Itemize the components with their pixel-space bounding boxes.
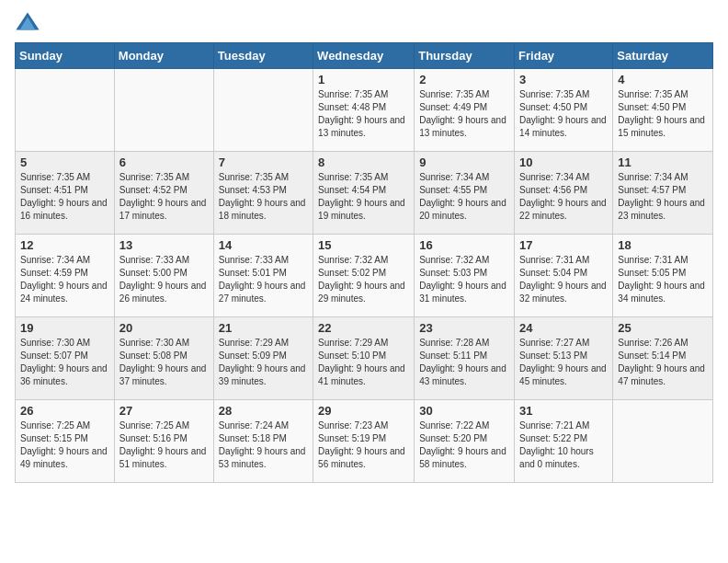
day-info: Sunrise: 7:34 AM Sunset: 4:55 PM Dayligh… <box>419 171 509 223</box>
calendar-cell: 11Sunrise: 7:34 AM Sunset: 4:57 PM Dayli… <box>613 152 713 235</box>
day-number: 16 <box>419 238 509 252</box>
calendar-week-5: 26Sunrise: 7:25 AM Sunset: 5:15 PM Dayli… <box>16 400 713 483</box>
day-info: Sunrise: 7:25 AM Sunset: 5:16 PM Dayligh… <box>119 419 209 471</box>
calendar-cell: 21Sunrise: 7:29 AM Sunset: 5:09 PM Dayli… <box>213 317 313 400</box>
header-day-wednesday: Wednesday <box>313 43 415 69</box>
day-info: Sunrise: 7:34 AM Sunset: 4:57 PM Dayligh… <box>618 171 708 223</box>
calendar-cell: 30Sunrise: 7:22 AM Sunset: 5:20 PM Dayli… <box>415 400 515 483</box>
day-info: Sunrise: 7:32 AM Sunset: 5:02 PM Dayligh… <box>318 254 409 305</box>
day-number: 18 <box>618 238 708 252</box>
day-info: Sunrise: 7:34 AM Sunset: 4:56 PM Dayligh… <box>519 171 608 223</box>
day-info: Sunrise: 7:30 AM Sunset: 5:08 PM Dayligh… <box>119 337 209 388</box>
header-day-monday: Monday <box>114 43 213 69</box>
day-number: 23 <box>419 321 509 335</box>
day-number: 11 <box>618 155 708 169</box>
day-number: 14 <box>219 238 308 252</box>
day-number: 10 <box>519 155 608 169</box>
calendar-body: 1Sunrise: 7:35 AM Sunset: 4:48 PM Daylig… <box>16 69 713 483</box>
calendar-week-2: 5Sunrise: 7:35 AM Sunset: 4:51 PM Daylig… <box>16 152 713 235</box>
calendar-cell: 16Sunrise: 7:32 AM Sunset: 5:03 PM Dayli… <box>415 235 515 317</box>
day-info: Sunrise: 7:29 AM Sunset: 5:10 PM Dayligh… <box>318 337 409 388</box>
calendar-week-3: 12Sunrise: 7:34 AM Sunset: 4:59 PM Dayli… <box>16 235 713 317</box>
day-info: Sunrise: 7:35 AM Sunset: 4:52 PM Dayligh… <box>119 171 209 223</box>
day-info: Sunrise: 7:21 AM Sunset: 5:22 PM Dayligh… <box>519 419 608 471</box>
calendar-cell: 6Sunrise: 7:35 AM Sunset: 4:52 PM Daylig… <box>114 152 213 235</box>
calendar-cell: 7Sunrise: 7:35 AM Sunset: 4:53 PM Daylig… <box>213 152 313 235</box>
day-info: Sunrise: 7:35 AM Sunset: 4:54 PM Dayligh… <box>318 171 409 223</box>
day-info: Sunrise: 7:35 AM Sunset: 4:50 PM Dayligh… <box>618 88 708 140</box>
calendar-cell <box>213 69 313 152</box>
calendar-cell: 19Sunrise: 7:30 AM Sunset: 5:07 PM Dayli… <box>16 317 115 400</box>
header-day-friday: Friday <box>515 43 613 69</box>
calendar-cell: 1Sunrise: 7:35 AM Sunset: 4:48 PM Daylig… <box>313 69 415 152</box>
day-number: 7 <box>219 155 308 169</box>
header-row: SundayMondayTuesdayWednesdayThursdayFrid… <box>16 43 713 69</box>
day-info: Sunrise: 7:34 AM Sunset: 4:59 PM Dayligh… <box>20 254 109 305</box>
day-number: 21 <box>219 321 308 335</box>
calendar-cell: 18Sunrise: 7:31 AM Sunset: 5:05 PM Dayli… <box>613 235 713 317</box>
calendar-cell: 27Sunrise: 7:25 AM Sunset: 5:16 PM Dayli… <box>114 400 213 483</box>
day-info: Sunrise: 7:32 AM Sunset: 5:03 PM Dayligh… <box>419 254 509 305</box>
calendar-cell: 23Sunrise: 7:28 AM Sunset: 5:11 PM Dayli… <box>415 317 515 400</box>
day-info: Sunrise: 7:26 AM Sunset: 5:14 PM Dayligh… <box>618 337 708 388</box>
day-number: 4 <box>618 73 708 86</box>
day-number: 8 <box>318 155 409 169</box>
day-number: 17 <box>519 238 608 252</box>
day-info: Sunrise: 7:31 AM Sunset: 5:05 PM Dayligh… <box>618 254 708 305</box>
day-number: 12 <box>20 238 109 252</box>
day-info: Sunrise: 7:27 AM Sunset: 5:13 PM Dayligh… <box>519 337 608 388</box>
calendar-cell: 13Sunrise: 7:33 AM Sunset: 5:00 PM Dayli… <box>114 235 213 317</box>
calendar-week-1: 1Sunrise: 7:35 AM Sunset: 4:48 PM Daylig… <box>16 69 713 152</box>
calendar-cell: 5Sunrise: 7:35 AM Sunset: 4:51 PM Daylig… <box>16 152 115 235</box>
day-number: 27 <box>119 404 209 418</box>
calendar-cell: 28Sunrise: 7:24 AM Sunset: 5:18 PM Dayli… <box>213 400 313 483</box>
header-day-thursday: Thursday <box>415 43 515 69</box>
day-number: 19 <box>20 321 109 335</box>
header-day-saturday: Saturday <box>613 43 713 69</box>
day-number: 25 <box>618 321 708 335</box>
day-info: Sunrise: 7:24 AM Sunset: 5:18 PM Dayligh… <box>219 419 308 471</box>
calendar-cell: 26Sunrise: 7:25 AM Sunset: 5:15 PM Dayli… <box>16 400 115 483</box>
header-day-tuesday: Tuesday <box>213 43 313 69</box>
header <box>15 9 713 35</box>
day-info: Sunrise: 7:35 AM Sunset: 4:49 PM Dayligh… <box>419 88 509 140</box>
calendar-cell <box>114 69 213 152</box>
calendar-cell: 2Sunrise: 7:35 AM Sunset: 4:49 PM Daylig… <box>415 69 515 152</box>
logo <box>15 9 44 35</box>
calendar-cell: 10Sunrise: 7:34 AM Sunset: 4:56 PM Dayli… <box>515 152 613 235</box>
calendar-cell <box>16 69 115 152</box>
calendar-cell: 22Sunrise: 7:29 AM Sunset: 5:10 PM Dayli… <box>313 317 415 400</box>
day-number: 6 <box>119 155 209 169</box>
calendar-cell: 20Sunrise: 7:30 AM Sunset: 5:08 PM Dayli… <box>114 317 213 400</box>
day-info: Sunrise: 7:33 AM Sunset: 5:01 PM Dayligh… <box>219 254 308 305</box>
header-day-sunday: Sunday <box>16 43 115 69</box>
day-number: 26 <box>20 404 109 418</box>
day-number: 31 <box>519 404 608 418</box>
day-info: Sunrise: 7:25 AM Sunset: 5:15 PM Dayligh… <box>20 419 109 471</box>
day-number: 29 <box>318 404 409 418</box>
day-number: 3 <box>519 73 608 86</box>
day-info: Sunrise: 7:22 AM Sunset: 5:20 PM Dayligh… <box>419 419 509 471</box>
day-info: Sunrise: 7:31 AM Sunset: 5:04 PM Dayligh… <box>519 254 608 305</box>
calendar-cell: 14Sunrise: 7:33 AM Sunset: 5:01 PM Dayli… <box>213 235 313 317</box>
calendar-cell <box>613 400 713 483</box>
day-info: Sunrise: 7:35 AM Sunset: 4:50 PM Dayligh… <box>519 88 608 140</box>
day-info: Sunrise: 7:35 AM Sunset: 4:53 PM Dayligh… <box>219 171 308 223</box>
page-container: SundayMondayTuesdayWednesdayThursdayFrid… <box>0 0 728 498</box>
day-number: 13 <box>119 238 209 252</box>
calendar-week-4: 19Sunrise: 7:30 AM Sunset: 5:07 PM Dayli… <box>16 317 713 400</box>
calendar-cell: 31Sunrise: 7:21 AM Sunset: 5:22 PM Dayli… <box>515 400 613 483</box>
calendar-cell: 12Sunrise: 7:34 AM Sunset: 4:59 PM Dayli… <box>16 235 115 317</box>
day-info: Sunrise: 7:29 AM Sunset: 5:09 PM Dayligh… <box>219 337 308 388</box>
day-number: 2 <box>419 73 509 86</box>
day-info: Sunrise: 7:23 AM Sunset: 5:19 PM Dayligh… <box>318 419 409 471</box>
day-number: 28 <box>219 404 308 418</box>
day-number: 22 <box>318 321 409 335</box>
day-number: 20 <box>119 321 209 335</box>
calendar-cell: 8Sunrise: 7:35 AM Sunset: 4:54 PM Daylig… <box>313 152 415 235</box>
calendar-cell: 17Sunrise: 7:31 AM Sunset: 5:04 PM Dayli… <box>515 235 613 317</box>
calendar-header: SundayMondayTuesdayWednesdayThursdayFrid… <box>16 43 713 69</box>
calendar-cell: 9Sunrise: 7:34 AM Sunset: 4:55 PM Daylig… <box>415 152 515 235</box>
day-number: 15 <box>318 238 409 252</box>
day-number: 24 <box>519 321 608 335</box>
